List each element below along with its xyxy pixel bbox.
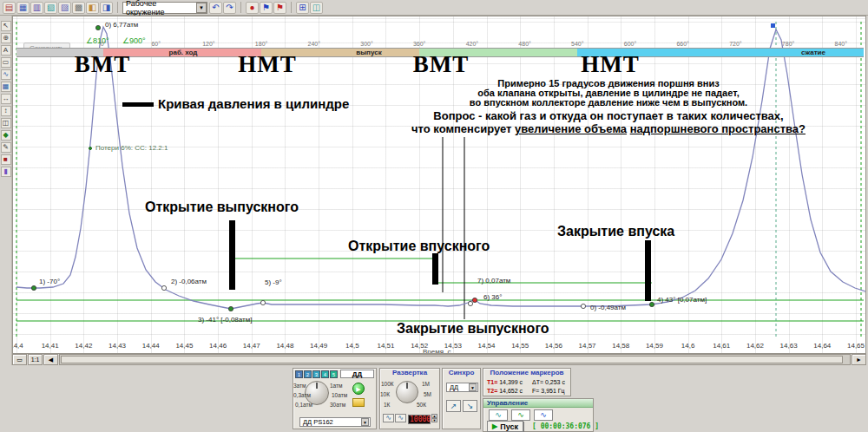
channel-button[interactable]: 4: [321, 370, 329, 378]
flag-blue-icon[interactable]: ⚑: [260, 2, 273, 14]
trigger-falling-button[interactable]: ↘: [463, 400, 477, 412]
split-view-icon[interactable]: ◫: [1, 118, 11, 128]
v-zoom-tool-icon[interactable]: ↕: [1, 106, 11, 116]
x-tick-label: 14,48: [276, 342, 293, 350]
exhaust-close-annotation: Закрытие выпускного: [397, 321, 549, 337]
trigger-rising-button[interactable]: ↗: [446, 400, 461, 412]
sweep-module: Развертка ∿ ∿ 10000 ▲ ▼ 100К1М10К5М1К50К: [379, 368, 440, 429]
ruler-degree-label: 240°: [308, 41, 320, 47]
start-button[interactable]: ▶ Пуск: [487, 421, 523, 432]
view-overlay-button[interactable]: ∿: [511, 409, 530, 421]
channel-button[interactable]: 1: [295, 370, 303, 378]
workspace-combo[interactable]: Рабочее окружение ▼: [122, 2, 207, 14]
sweep-title: Развертка: [380, 369, 439, 377]
scroll-left-button[interactable]: ◀: [43, 354, 58, 365]
curve-point-marker[interactable]: [260, 300, 265, 304]
settings-icon[interactable]: ▩: [72, 2, 85, 14]
x-tick-label: 14,44: [142, 342, 160, 350]
text-tool-icon[interactable]: А: [1, 45, 11, 56]
x-tick-label: 14,54: [478, 342, 496, 350]
stop-tool-icon[interactable]: ■: [1, 154, 11, 165]
angle-icon: ∠: [86, 36, 93, 45]
peak-marker-flag: [771, 23, 775, 28]
channel-button[interactable]: 3: [312, 370, 320, 378]
open-file-icon[interactable]: ▦: [16, 2, 30, 14]
x-tick-label: 14,4: [12, 342, 23, 350]
ruler-degree-label: 540°: [571, 41, 583, 47]
sweep-range-label: 10К: [380, 391, 390, 397]
sweep-mode-button-2[interactable]: ∿: [395, 414, 406, 422]
x-tick-label: 14,61: [713, 342, 730, 350]
marker-positions-title: Положение маркеров: [483, 369, 570, 377]
channel-button[interactable]: 2: [304, 370, 312, 378]
chevron-down-icon[interactable]: ▼: [196, 3, 207, 13]
sensor-device-label: ДД PS162: [303, 418, 333, 426]
question-text-segment: надпоршневого пространства?: [630, 122, 806, 135]
curve-point-marker[interactable]: [468, 301, 472, 305]
h-zoom-tool-icon[interactable]: ↔: [1, 94, 11, 104]
pressure-range-label: 0,3атм: [293, 392, 311, 398]
x-tick-label: 14,5: [345, 342, 359, 350]
palette-icon[interactable]: ◧: [86, 2, 99, 14]
curve-point-marker[interactable]: [161, 285, 166, 290]
view-waveform-button[interactable]: ∿: [489, 409, 508, 421]
zoom-one-to-one-button[interactable]: 1:1: [28, 354, 43, 365]
ruler-degree-label: 420°: [466, 41, 478, 47]
curve-point-label: 4) 43° [0,07атм]: [657, 296, 707, 304]
curve-point-marker[interactable]: [31, 285, 36, 290]
zoom-fit-button[interactable]: ▭: [12, 354, 27, 365]
sensor-device-select[interactable]: ДД PS162 ▼: [299, 417, 371, 427]
pencil-tool-icon[interactable]: ✎: [1, 142, 11, 153]
curve-point-marker[interactable]: [649, 302, 654, 306]
grid-tool-icon[interactable]: ▦: [1, 82, 11, 92]
zoom-tool-icon[interactable]: ⊕: [1, 33, 11, 43]
scrollbar-track[interactable]: [59, 354, 851, 365]
layout-grid-icon[interactable]: ⊞: [296, 2, 309, 14]
sweep-rate-spinner[interactable]: ▲ ▼: [431, 414, 437, 422]
view-scope-button[interactable]: ∿: [534, 409, 553, 421]
sensor-mode-button[interactable]: [352, 398, 365, 407]
curve-point-label: 1) -70°: [39, 278, 60, 285]
save-icon[interactable]: ▥: [30, 2, 43, 14]
t2-readout: T2= 14,652 с: [487, 388, 523, 394]
channel-button[interactable]: 5: [330, 370, 338, 378]
sweep-mode-button-1[interactable]: ∿: [383, 414, 394, 422]
sweep-range-label: 50К: [417, 402, 426, 408]
sync-module: Синхро ДД ▼ ↗ ↘: [442, 368, 481, 429]
x-tick-label: 14,45: [175, 342, 193, 350]
clip-tool-icon[interactable]: ▮: [1, 167, 11, 177]
oscillogram-plot[interactable]: Сохранить ∠810° ∠900° Потери 6%: СС: 12.…: [12, 16, 866, 354]
scrollbar-thumb[interactable]: [61, 356, 843, 363]
scroll-right-button[interactable]: ►: [852, 354, 866, 365]
marker-tool-icon[interactable]: ◆: [1, 130, 11, 141]
export-icon[interactable]: ▧: [44, 2, 57, 14]
spinner-down-icon[interactable]: ▼: [431, 418, 437, 422]
curve-point-marker[interactable]: [472, 298, 477, 302]
left-toolbar: ↖⊕А▭∿▦↔↕◫◆✎■▮: [0, 16, 12, 365]
sweep-knob[interactable]: [396, 381, 418, 403]
sensor-run-button[interactable]: ▶: [352, 383, 365, 395]
layers-icon[interactable]: ◨: [100, 2, 113, 14]
curve-point-label: 0) -0,49атм: [590, 304, 626, 311]
new-file-icon[interactable]: ▤: [3, 2, 16, 14]
select-tool-icon[interactable]: ↖: [1, 21, 11, 31]
curve-point-marker[interactable]: [228, 306, 233, 311]
redo-icon[interactable]: ↷: [223, 2, 236, 14]
cursor-angle-readout-2: ∠900°: [122, 36, 146, 45]
curve-point-marker[interactable]: [95, 25, 100, 29]
annotation-bar: [122, 102, 154, 107]
pressure-range-label: 3атм: [293, 383, 306, 389]
undo-icon[interactable]: ↶: [209, 2, 222, 14]
x-tick-label: 14,55: [511, 342, 529, 350]
print-icon[interactable]: ▨: [58, 2, 71, 14]
record-icon[interactable]: ●: [246, 2, 259, 14]
curve-point-marker[interactable]: [581, 304, 585, 308]
flag-red-icon[interactable]: ⚑: [273, 2, 286, 14]
sync-source-select[interactable]: ДД ▼: [446, 383, 478, 392]
annotation-bar: [229, 220, 235, 290]
ruler-degree-label: 720°: [729, 41, 741, 47]
panels-icon[interactable]: ◫: [310, 2, 323, 14]
app-window: ▤▦▥▧▨▩◧◨ Рабочее окружение ▼ ↶↷ ●⚑⚑ ⊞◫ ↖…: [0, 0, 868, 432]
rect-tool-icon[interactable]: ▭: [1, 57, 11, 68]
wave-tool-icon[interactable]: ∿: [1, 69, 11, 80]
